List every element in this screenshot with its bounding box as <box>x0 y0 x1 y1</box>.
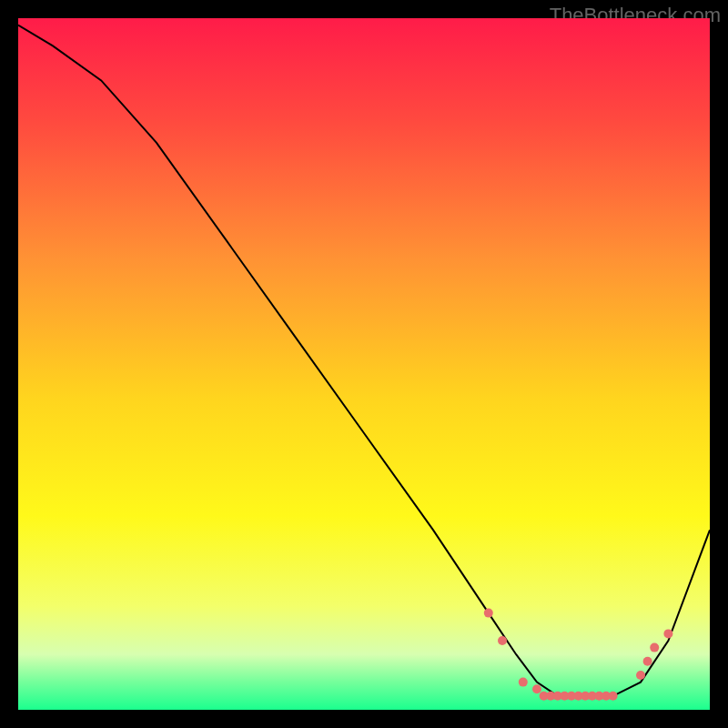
marker-point <box>663 629 672 638</box>
marker-point <box>636 671 645 680</box>
marker-point <box>519 678 528 687</box>
marker-point <box>532 684 541 693</box>
gradient-background <box>18 18 710 710</box>
marker-point <box>609 692 618 701</box>
plot-svg <box>18 18 710 710</box>
chart-container: TheBottleneck.com <box>0 0 728 728</box>
marker-point <box>650 643 659 652</box>
marker-point <box>643 657 652 666</box>
marker-point <box>484 609 493 618</box>
marker-point <box>498 636 507 645</box>
